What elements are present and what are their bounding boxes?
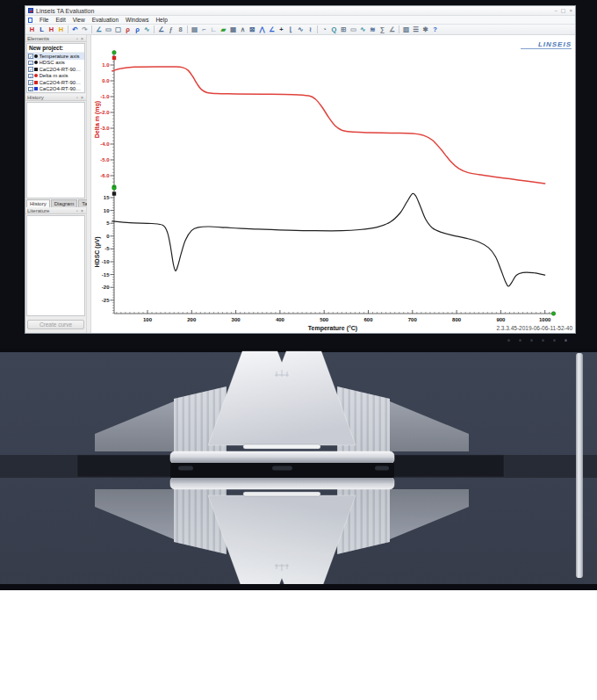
checked-checkbox[interactable]: ✓ [28,80,33,85]
delta-m-series-handle[interactable] [112,56,116,60]
menu-windows[interactable]: Windows [122,17,152,23]
slope-icon[interactable]: ∠ [267,25,277,34]
x-tick-label: 300 [232,317,241,322]
zoom-window-icon[interactable]: ▭ [104,25,113,34]
step-left-icon[interactable]: ⌐ [199,25,209,34]
toolbar-separator [68,25,68,33]
export-icon[interactable]: ▥ [401,25,411,34]
delta-m-axis-handle-dot[interactable] [112,51,116,54]
checked-checkbox[interactable]: ✓ [28,54,33,59]
slot-pill [272,466,292,471]
x-tick-label: 600 [363,317,373,322]
monitor-button [519,339,521,342]
desk-bottom-edge [0,584,597,590]
elements-panel: New project: ✓Temperature axis✓HDSC axis… [26,43,85,93]
tab-history[interactable]: History [26,199,50,207]
maximize-button[interactable]: ▢ [561,7,566,14]
help-icon[interactable]: ? [430,25,440,34]
grid-icon[interactable]: ⊞ [339,25,349,34]
minimize-button[interactable]: – [554,7,557,14]
monitor-power-led [565,339,567,342]
delta-m-curve[interactable] [112,67,545,184]
hdsc-tick-label: 10 [104,208,110,213]
file-new-icon[interactable]: H [27,25,37,34]
menu-file[interactable]: File [36,17,52,23]
hdsc-curve[interactable] [112,193,545,286]
elements-tree: ✓Temperature axis✓HDSC axis✓CaC2O4-RT-90… [27,53,84,93]
baseline-icon[interactable]: ⌊ [286,25,296,34]
document-icon [28,18,32,23]
hdsc-axis-handle-dot[interactable] [112,186,116,190]
panel-pin-close-icons[interactable]: ▫ × [76,36,84,41]
settings-icon[interactable]: ✱ [421,25,430,34]
sine-icon[interactable]: ∿ [358,25,368,34]
tangent-tool-icon[interactable]: ∠ [156,25,166,34]
monitor-screen: Linseis TA Evaluation –▢× FileEditViewEv… [0,0,597,349]
tree-item[interactable]: ✓CaC2O4-RT-900K 10K/min/Ar... [27,86,84,93]
tree-item[interactable]: CaC2O4-RT-900K 10K/min/Ar... [27,92,84,93]
tab-diagram[interactable]: Diagram [51,199,78,207]
menu-help[interactable]: Help [152,17,170,23]
report-icon[interactable]: ▤ [190,25,199,34]
wave-icon[interactable]: ∿ [296,25,306,34]
menu-evaluation[interactable]: Evaluation [89,17,122,23]
tree-item[interactable]: ✓HDSC axis [27,60,84,67]
x-tick-label: 1000 [539,317,551,322]
crosshair-icon[interactable]: + [277,25,286,34]
file-save-as-icon[interactable]: H [56,25,66,34]
undo-icon[interactable]: ↶ [70,25,80,34]
delta-m-tick-label: -3.0 [100,126,110,131]
delta-m-tick-label: -1.0 [100,94,110,99]
dark-band-right [392,455,504,477]
x-tick-label: 500 [320,317,329,322]
hdsc-series-handle[interactable] [112,191,116,195]
close-button[interactable]: × [569,7,572,14]
peak-blue-icon[interactable]: ⋀ [257,25,267,34]
panel-pin-close-icons[interactable]: ▫ × [76,208,84,213]
file-open-icon[interactable]: L [37,25,47,34]
checked-checkbox[interactable]: ✓ [28,74,33,79]
magnifier-blue-icon[interactable]: ρ [133,25,142,34]
redo-icon[interactable]: ↷ [80,25,90,34]
box-curve-icon[interactable]: ⊠ [248,25,257,34]
delta-m-tick-label: 1.0 [102,62,110,68]
checked-checkbox[interactable]: ✓ [28,87,33,92]
angle-icon[interactable]: ∠ [387,25,397,34]
quench-icon[interactable]: Q [329,25,339,34]
x-tick-label: 400 [276,317,285,322]
squiggle-icon[interactable]: ≋ [368,25,378,34]
app-window: Linseis TA Evaluation –▢× FileEditViewEv… [25,5,576,334]
create-curve-button[interactable]: Create curve [27,320,84,329]
tree-item[interactable]: ✓Temperature axis [27,53,84,60]
menu-view[interactable]: View [69,17,89,23]
curve-select-icon[interactable]: ∿ [142,25,152,34]
zoom-all-icon[interactable]: ▢ [113,25,123,34]
checked-checkbox[interactable]: ✓ [28,67,33,72]
x-axis-handle-dot[interactable] [551,312,555,315]
tree-item[interactable]: ✓CaC2O4-RT-900K 10K/min/Ar... [27,79,84,86]
slot-pill [375,466,389,471]
monitor-button [507,339,510,342]
tree-item-label: Delta m axis [40,73,68,78]
tree-item[interactable]: ✓Delta m axis [27,73,84,80]
peak-icon[interactable]: ∧ [238,25,248,34]
link-tool-icon[interactable]: 8 [176,25,185,34]
magnifier-red-icon[interactable]: ρ [123,25,133,34]
menu-edit[interactable]: Edit [52,17,68,23]
derivative-icon[interactable]: ≀ [306,25,315,34]
glass-icon[interactable]: ◔ [320,25,329,34]
zoom-previous-icon[interactable]: ∠ [94,25,104,34]
checked-checkbox[interactable]: ✓ [28,61,33,66]
dock-tabs: HistoryDiagramTables [25,199,86,207]
page: Linseis TA Evaluation –▢× FileEditViewEv… [0,0,597,700]
function-tool-icon[interactable]: ƒ [166,25,176,34]
panel-pin-close-icons[interactable]: ▫ × [76,95,84,100]
sum-icon[interactable]: ∑ [378,25,387,34]
table-icon[interactable]: ▦ [228,25,238,34]
file-save-icon[interactable]: H [47,25,56,34]
peak-area-icon[interactable]: ▰ [219,25,228,34]
tree-item[interactable]: ✓CaC2O4-RT-900K 10K/min/Ar... [27,66,84,73]
list-icon[interactable]: ☰ [411,25,421,34]
flat-icon[interactable]: ▭ [349,25,358,34]
step-right-icon[interactable]: ∟ [209,25,219,34]
